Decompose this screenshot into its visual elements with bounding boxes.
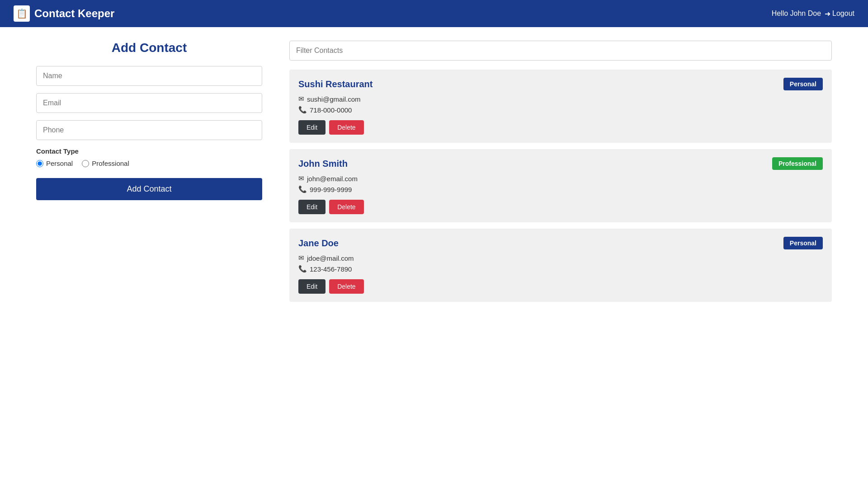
contact-actions: Edit Delete [298, 120, 823, 135]
contact-card-header: Jane Doe Personal [298, 237, 823, 249]
edit-button[interactable]: Edit [298, 279, 326, 294]
email-icon: ✉ [298, 254, 304, 262]
filter-input[interactable] [289, 41, 832, 61]
radio-professional-label: Professional [92, 160, 129, 167]
brand-icon: 📋 [14, 5, 30, 22]
add-contact-button[interactable]: Add Contact [36, 178, 262, 200]
contact-card-header: John Smith Professional [298, 157, 823, 170]
contact-card-header: Sushi Restaurant Personal [298, 78, 823, 90]
email-icon: ✉ [298, 95, 304, 103]
navbar: 📋 Contact Keeper Hello John Doe ➜ Logout [0, 0, 868, 27]
radio-personal[interactable] [36, 160, 43, 167]
contact-email: ✉ john@email.com [298, 174, 823, 183]
radio-personal-option[interactable]: Personal [36, 160, 73, 167]
contact-card: Jane Doe Personal ✉ jdoe@mail.com 📞 123-… [289, 229, 832, 302]
brand-name: Contact Keeper [34, 7, 114, 20]
radio-professional[interactable] [82, 160, 89, 167]
logout-link[interactable]: ➜ Logout [825, 9, 854, 18]
brand: 📋 Contact Keeper [14, 5, 114, 22]
contacts-panel: Sushi Restaurant Personal ✉ sushi@gmail.… [289, 41, 832, 308]
contact-type-badge: Personal [783, 237, 823, 249]
radio-personal-label: Personal [46, 160, 73, 167]
email-icon: ✉ [298, 174, 304, 183]
contact-name: Sushi Restaurant [298, 79, 373, 89]
contact-phone: 📞 999-999-9999 [298, 185, 823, 193]
contact-name: John Smith [298, 159, 348, 169]
phone-icon: 📞 [298, 185, 307, 193]
edit-button[interactable]: Edit [298, 120, 326, 135]
logout-label[interactable]: Logout [832, 9, 854, 18]
greeting-text: Hello John Doe [772, 9, 821, 18]
radio-professional-option[interactable]: Professional [82, 160, 129, 167]
email-input[interactable] [36, 93, 262, 113]
contact-type-badge: Personal [783, 78, 823, 90]
contact-email: ✉ sushi@gmail.com [298, 95, 823, 103]
edit-button[interactable]: Edit [298, 200, 326, 214]
logout-icon: ➜ [825, 9, 830, 18]
contact-actions: Edit Delete [298, 279, 823, 294]
navbar-right: Hello John Doe ➜ Logout [772, 9, 854, 18]
delete-button[interactable]: Delete [329, 279, 363, 294]
contact-type-badge: Professional [772, 157, 823, 170]
contact-actions: Edit Delete [298, 200, 823, 214]
contacts-list: Sushi Restaurant Personal ✉ sushi@gmail.… [289, 70, 832, 302]
contact-card: Sushi Restaurant Personal ✉ sushi@gmail.… [289, 70, 832, 143]
phone-input[interactable] [36, 120, 262, 140]
name-input[interactable] [36, 66, 262, 86]
add-contact-title: Add Contact [36, 41, 262, 55]
radio-group: Personal Professional [36, 160, 262, 167]
delete-button[interactable]: Delete [329, 120, 363, 135]
contact-phone: 📞 123-456-7890 [298, 265, 823, 273]
contact-type-label: Contact Type [36, 147, 262, 155]
add-contact-panel: Add Contact Contact Type Personal Profes… [36, 41, 262, 308]
contact-email: ✉ jdoe@mail.com [298, 254, 823, 262]
phone-icon: 📞 [298, 106, 307, 114]
phone-icon: 📞 [298, 265, 307, 273]
contact-phone: 📞 718-000-0000 [298, 106, 823, 114]
contact-card: John Smith Professional ✉ john@email.com… [289, 149, 832, 222]
contact-name: Jane Doe [298, 238, 339, 249]
main-content: Add Contact Contact Type Personal Profes… [0, 27, 868, 322]
delete-button[interactable]: Delete [329, 200, 363, 214]
